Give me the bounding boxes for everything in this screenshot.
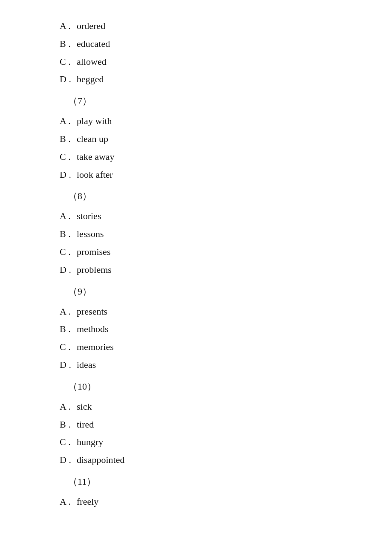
option-label: C . (60, 338, 77, 356)
option-label: B . (60, 225, 77, 243)
section-heading-sec8: （8） (60, 187, 392, 205)
list-item: D . ideas (60, 356, 392, 374)
option-text: memories (77, 338, 114, 356)
option-label: D . (60, 261, 77, 279)
list-item: A . ordered (60, 17, 392, 35)
option-text: problems (77, 261, 112, 279)
option-text: play with (77, 112, 112, 130)
option-label: C . (60, 433, 77, 451)
section-heading-sec11: （11） (60, 472, 392, 491)
option-text: clean up (77, 130, 108, 148)
option-text: allowed (77, 53, 107, 71)
option-label: A . (60, 303, 77, 321)
section-heading-sec7: （7） (60, 92, 392, 110)
option-text: look after (77, 166, 113, 184)
option-text: stories (77, 207, 101, 225)
option-text: tired (77, 416, 94, 434)
list-item: B . lessons (60, 225, 392, 243)
content-area: A . orderedB . educatedC . allowedD . be… (60, 17, 392, 511)
list-item: D . begged (60, 70, 392, 88)
option-text: hungry (77, 433, 103, 451)
list-item: C . take away (60, 148, 392, 166)
option-label: A . (60, 493, 77, 511)
option-label: B . (60, 416, 77, 434)
option-text: sick (77, 398, 92, 416)
option-text: methods (77, 320, 109, 338)
list-item: A . freely (60, 493, 392, 511)
list-item: C . hungry (60, 433, 392, 451)
option-text: ideas (77, 356, 96, 374)
list-item: D . disappointed (60, 451, 392, 469)
option-text: presents (77, 303, 107, 321)
option-label: C . (60, 53, 77, 71)
option-text: promises (77, 243, 110, 261)
option-label: B . (60, 320, 77, 338)
list-item: C . promises (60, 243, 392, 261)
option-label: A . (60, 17, 77, 35)
list-item: C . memories (60, 338, 392, 356)
option-label: D . (60, 70, 77, 88)
list-item: B . methods (60, 320, 392, 338)
section-heading-sec10: （10） (60, 377, 392, 396)
list-item: A . play with (60, 112, 392, 130)
list-item: A . presents (60, 303, 392, 321)
list-item: C . allowed (60, 53, 392, 71)
option-text: educated (77, 35, 110, 53)
option-text: begged (77, 70, 104, 88)
option-text: ordered (77, 17, 105, 35)
option-label: B . (60, 130, 77, 148)
option-text: disappointed (77, 451, 124, 469)
option-label: A . (60, 112, 77, 130)
option-label: D . (60, 166, 77, 184)
option-label: A . (60, 207, 77, 225)
option-text: lessons (77, 225, 104, 243)
list-item: A . stories (60, 207, 392, 225)
option-label: D . (60, 451, 77, 469)
option-text: freely (77, 493, 98, 511)
option-label: B . (60, 35, 77, 53)
list-item: D . look after (60, 166, 392, 184)
option-label: C . (60, 243, 77, 261)
list-item: D . problems (60, 261, 392, 279)
option-label: D . (60, 356, 77, 374)
option-label: A . (60, 398, 77, 416)
list-item: B . tired (60, 416, 392, 434)
option-text: take away (77, 148, 115, 166)
section-heading-sec9: （9） (60, 282, 392, 301)
list-item: A . sick (60, 398, 392, 416)
list-item: B . clean up (60, 130, 392, 148)
option-label: C . (60, 148, 77, 166)
list-item: B . educated (60, 35, 392, 53)
